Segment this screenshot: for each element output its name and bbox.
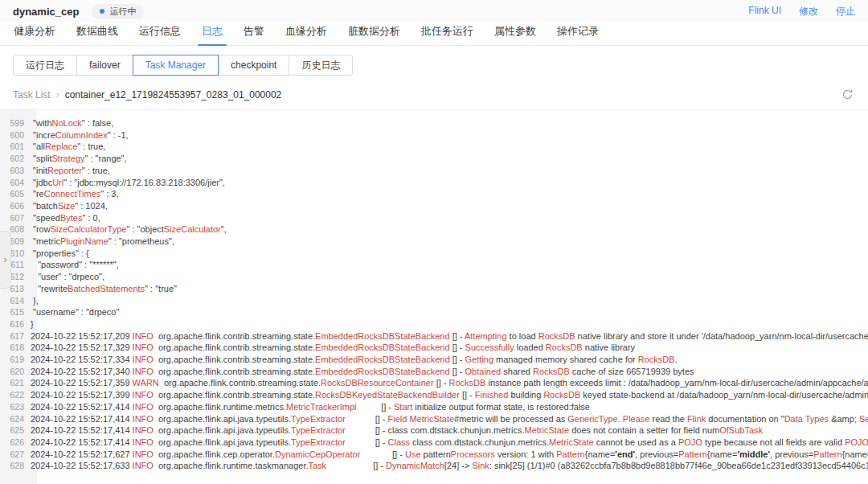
line-number: 607 bbox=[0, 212, 31, 224]
log-text: "user" : "drpeco", bbox=[31, 272, 104, 281]
tab-property-params[interactable]: 属性参数 bbox=[494, 20, 536, 45]
line-number: 616 bbox=[0, 318, 31, 330]
subtab-history-log[interactable]: 历史日志 bbox=[289, 55, 353, 76]
log-line: 602 "splitStrategy" : "range", bbox=[0, 153, 868, 165]
status-dot-icon bbox=[100, 9, 104, 14]
stop-link[interactable]: 停止 bbox=[836, 5, 855, 18]
log-text: 2024-10-22 15:52:17,340 INFO org.apache.… bbox=[31, 367, 694, 376]
log-line: 6182024-10-22 15:52:17,329 INFO org.apac… bbox=[0, 342, 868, 354]
line-number: 599 bbox=[0, 117, 31, 129]
log-line: 599 "withNoLock" : false, bbox=[0, 117, 868, 129]
line-number: 603 bbox=[0, 165, 31, 177]
job-title: dynamic_cep bbox=[13, 6, 79, 18]
log-line: 615 "username" : "drpeco" bbox=[0, 306, 868, 318]
tab-health-analysis[interactable]: 健康分析 bbox=[14, 20, 55, 45]
line-number: 600 bbox=[0, 129, 31, 142]
log-line: 612 "user" : "drpeco", bbox=[0, 271, 868, 283]
tab-operation-record[interactable]: 操作记录 bbox=[557, 20, 599, 45]
log-text: "increColumnIndex" : -1, bbox=[31, 130, 129, 140]
log-text: "initReporter" : true, bbox=[31, 166, 110, 175]
flink-ui-link[interactable]: Flink UI bbox=[748, 5, 781, 18]
log-text: } bbox=[31, 319, 34, 329]
tab-dirty-data-analysis[interactable]: 脏数据分析 bbox=[348, 20, 400, 45]
log-text: "rowSizeCalculatorType" : "objectSizeCal… bbox=[31, 224, 227, 234]
log-text: "speedBytes" : 0, bbox=[31, 213, 100, 223]
subtab-checkpoint[interactable]: checkpoint bbox=[218, 55, 289, 76]
log-line: 6202024-10-22 15:52:17,340 INFO org.apac… bbox=[0, 366, 868, 378]
modify-link[interactable]: 修改 bbox=[799, 5, 818, 18]
line-number: 604 bbox=[0, 177, 31, 189]
log-text: "password" : "******", bbox=[31, 260, 119, 269]
log-line: 614 }, bbox=[0, 295, 868, 307]
log-viewer[interactable]: › 599 "withNoLock" : false,600 "increCol… bbox=[0, 110, 868, 484]
main-tab-bar: 健康分析数据曲线运行信息日志告警血缘分析脏数据分析批任务运行属性参数操作记录 bbox=[0, 23, 868, 46]
tab-alerts[interactable]: 告警 bbox=[244, 20, 264, 45]
line-number: 602 bbox=[0, 153, 31, 165]
tab-logs[interactable]: 日志 bbox=[202, 20, 223, 45]
app-root: dynamic_cep 运行中 Flink UI 修改 停止 健康分析数据曲线运… bbox=[0, 0, 868, 484]
subtab-task-manager[interactable]: Task Manager bbox=[133, 55, 219, 76]
log-line: 606 "batchSize" : 1024, bbox=[0, 200, 868, 212]
log-subtab-group: 运行日志failoverTask Managercheckpoint历史日志 bbox=[13, 55, 353, 76]
line-number: 601 bbox=[0, 141, 31, 153]
line-number: 628 bbox=[0, 460, 31, 472]
log-text: "batchSize" : 1024, bbox=[31, 201, 108, 211]
log-line: 600 "increColumnIndex" : -1, bbox=[0, 129, 868, 142]
log-text: "metricPluginName" : "prometheus", bbox=[31, 236, 174, 246]
refresh-button[interactable] bbox=[840, 87, 855, 102]
status-badge: 运行中 bbox=[92, 4, 144, 19]
line-number: 617 bbox=[0, 330, 31, 342]
status-text: 运行中 bbox=[109, 6, 136, 18]
log-line: 609 "metricPluginName" : "prometheus", bbox=[0, 236, 868, 248]
log-text: 2024-10-22 15:52:17,399 INFO org.apache.… bbox=[31, 390, 868, 400]
log-text: "jdbcUrl" : "jdbc:mysql://172.16.83.218:… bbox=[31, 178, 225, 187]
log-line: 6242024-10-22 15:52:17,414 INFO org.apac… bbox=[0, 413, 868, 425]
log-line: 607 "speedBytes" : 0, bbox=[0, 212, 868, 224]
line-number: 622 bbox=[0, 389, 31, 401]
line-number: 618 bbox=[0, 342, 31, 354]
log-text: "withNoLock" : false, bbox=[31, 118, 113, 128]
log-line: 6272024-10-22 15:52:17,627 INFO org.apac… bbox=[0, 449, 868, 461]
log-line: 6192024-10-22 15:52:17,334 INFO org.apac… bbox=[0, 354, 868, 366]
log-line: 611 "password" : "******", bbox=[0, 259, 868, 271]
tab-batch-task-run[interactable]: 批任务运行 bbox=[421, 20, 473, 45]
log-text: 2024-10-22 15:52:17,414 INFO org.apache.… bbox=[31, 437, 868, 447]
subtab-run-log[interactable]: 运行日志 bbox=[13, 55, 77, 76]
log-line: 6282024-10-22 15:52:17,633 INFO org.apac… bbox=[0, 460, 868, 472]
expand-panel-handle[interactable]: › bbox=[0, 231, 11, 289]
tab-run-info[interactable]: 运行信息 bbox=[139, 20, 181, 45]
line-number: 627 bbox=[0, 449, 31, 461]
breadcrumb-root[interactable]: Task List bbox=[13, 89, 51, 100]
line-number: 619 bbox=[0, 354, 31, 366]
log-text: "properties" : { bbox=[31, 248, 89, 258]
log-text: 2024-10-22 15:52:17,414 INFO org.apache.… bbox=[31, 414, 868, 424]
log-text: "rewriteBatchedStatements" : "true" bbox=[31, 284, 177, 293]
subtab-failover[interactable]: failover bbox=[76, 55, 133, 76]
refresh-icon bbox=[841, 91, 854, 103]
log-text: "splitStrategy" : "range", bbox=[31, 154, 127, 163]
log-line: 604 "jdbcUrl" : "jdbc:mysql://172.16.83.… bbox=[0, 177, 868, 189]
line-number: 605 bbox=[0, 188, 31, 200]
log-text: "reConnectTimes" : 3, bbox=[31, 189, 119, 199]
log-line: 6212024-10-22 15:52:17,359 WARN org.apac… bbox=[0, 377, 868, 389]
log-line: 6252024-10-22 15:52:17,414 INFO org.apac… bbox=[0, 425, 868, 437]
log-line: 605 "reConnectTimes" : 3, bbox=[0, 188, 868, 200]
log-line: 6222024-10-22 15:52:17,399 INFO org.apac… bbox=[0, 389, 868, 401]
log-text: 2024-10-22 15:52:17,414 INFO org.apache.… bbox=[31, 402, 590, 412]
header-actions: Flink UI 修改 停止 bbox=[748, 5, 855, 18]
log-text: 2024-10-22 15:52:17,209 INFO org.apache.… bbox=[31, 331, 868, 341]
log-line: 610 "properties" : { bbox=[0, 248, 868, 260]
log-line: 616} bbox=[0, 318, 868, 330]
line-number: 615 bbox=[0, 306, 31, 318]
tab-lineage-analysis[interactable]: 血缘分析 bbox=[285, 20, 327, 45]
log-text: 2024-10-22 15:52:17,334 INFO org.apache.… bbox=[31, 355, 678, 364]
line-number: 621 bbox=[0, 377, 31, 389]
log-line: 6172024-10-22 15:52:17,209 INFO org.apac… bbox=[0, 330, 868, 342]
tab-data-curve[interactable]: 数据曲线 bbox=[76, 20, 118, 45]
log-text: }, bbox=[31, 296, 39, 306]
breadcrumb-separator-icon: › bbox=[56, 89, 59, 100]
log-line: 601 "allReplace" : true, bbox=[0, 141, 868, 153]
log-text: 2024-10-22 15:52:17,329 INFO org.apache.… bbox=[31, 342, 635, 352]
line-number: 606 bbox=[0, 200, 31, 212]
line-number: 623 bbox=[0, 401, 31, 413]
